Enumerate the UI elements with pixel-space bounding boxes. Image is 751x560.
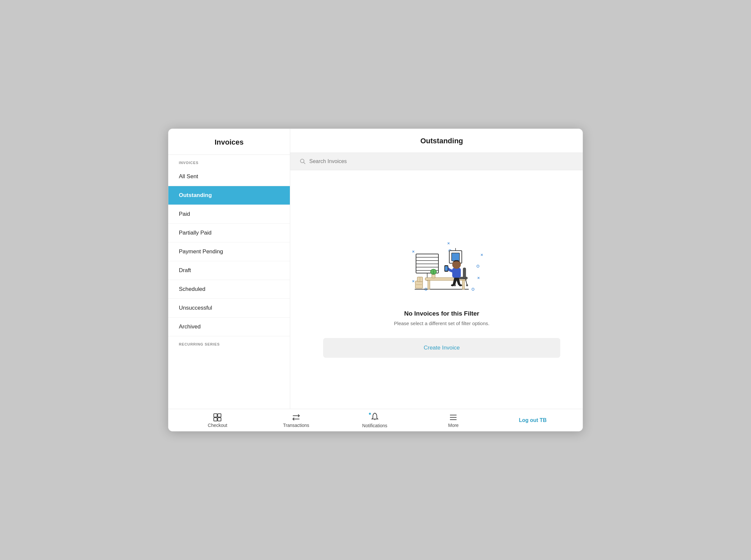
svg-text:×: ×	[412, 249, 415, 254]
svg-rect-22	[452, 253, 460, 261]
svg-rect-36	[452, 268, 461, 278]
more-icon	[449, 413, 458, 422]
main-panel: Outstanding × × × × ×	[290, 129, 583, 409]
empty-illustration: × × × × ×	[399, 228, 485, 301]
svg-rect-46	[214, 414, 217, 417]
sidebar-item-outstanding[interactable]: Outstanding	[168, 186, 290, 205]
search-icon	[299, 158, 306, 165]
empty-state: × × × × ×	[290, 170, 583, 409]
svg-point-35	[466, 284, 468, 286]
empty-title: No Invoices for this Filter	[404, 310, 479, 317]
nav-checkout[interactable]: Checkout	[204, 413, 230, 428]
notifications-label: Notifications	[362, 423, 387, 428]
svg-line-1	[304, 162, 305, 164]
main-content: Invoices INVOICES All Sent Outstanding P…	[168, 129, 583, 409]
transactions-icon	[291, 413, 301, 422]
sidebar-item-partially-paid[interactable]: Partially Paid	[168, 224, 290, 242]
sidebar-section-recurring: RECURRING SERIES	[168, 336, 290, 349]
logout-button[interactable]: Log out TB	[519, 417, 546, 423]
sidebar-title: Invoices	[168, 129, 290, 155]
svg-point-8	[477, 265, 479, 267]
svg-rect-39	[445, 266, 448, 271]
sidebar-item-payment-pending[interactable]: Payment Pending	[168, 242, 290, 261]
svg-rect-25	[428, 280, 430, 289]
checkout-icon	[213, 413, 222, 422]
svg-rect-31	[463, 268, 466, 278]
svg-text:×: ×	[412, 279, 415, 284]
sidebar-item-paid[interactable]: Paid	[168, 205, 290, 224]
sidebar-item-all-sent[interactable]: All Sent	[168, 167, 290, 186]
page-title: Outstanding	[290, 129, 583, 153]
bottom-nav: Checkout Transactions Notifications	[168, 409, 583, 431]
more-label: More	[448, 423, 459, 428]
svg-point-40	[451, 284, 454, 286]
nav-notifications[interactable]: Notifications	[362, 412, 388, 428]
sidebar-item-archived[interactable]: Archived	[168, 318, 290, 336]
app-frame: Invoices INVOICES All Sent Outstanding P…	[168, 128, 583, 432]
transactions-label: Transactions	[283, 423, 309, 428]
sidebar-item-unsuccessful[interactable]: Unsuccessful	[168, 299, 290, 318]
search-bar	[290, 153, 583, 170]
notifications-icon	[370, 412, 380, 421]
svg-text:×: ×	[481, 252, 483, 257]
svg-point-11	[472, 288, 474, 290]
nav-more[interactable]: More	[440, 413, 466, 428]
svg-rect-48	[214, 418, 217, 421]
checkout-label: Checkout	[208, 423, 227, 428]
svg-point-41	[459, 284, 462, 286]
sidebar: Invoices INVOICES All Sent Outstanding P…	[168, 129, 290, 409]
create-invoice-button[interactable]: Create Invoice	[323, 338, 560, 358]
nav-transactions[interactable]: Transactions	[283, 413, 309, 428]
sidebar-item-draft[interactable]: Draft	[168, 261, 290, 280]
svg-text:×: ×	[477, 275, 480, 280]
notification-badge	[368, 412, 371, 415]
sidebar-item-scheduled[interactable]: Scheduled	[168, 280, 290, 299]
svg-rect-26	[463, 280, 464, 289]
empty-subtitle: Please select a different set of filter …	[394, 321, 489, 326]
sidebar-section-invoices: INVOICES	[168, 155, 290, 167]
search-input[interactable]	[309, 158, 583, 164]
svg-rect-47	[218, 414, 221, 417]
svg-rect-49	[218, 418, 221, 421]
svg-text:×: ×	[447, 241, 450, 246]
